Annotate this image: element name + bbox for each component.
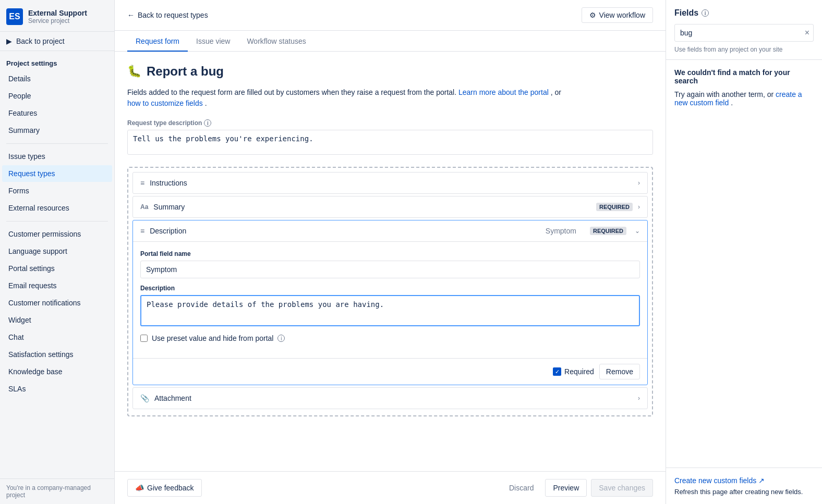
main-scrollable: 🐛 Report a bug Fields added to the reque… xyxy=(115,52,666,471)
preset-row: Use preset value and hide from portal i xyxy=(140,334,640,342)
search-hint: Use fields from any project on your site xyxy=(674,42,814,53)
preset-info-icon[interactable]: i xyxy=(277,335,285,342)
sidebar-item-language-support[interactable]: Language support xyxy=(2,243,112,260)
customize-fields-link[interactable]: how to customize fields xyxy=(127,99,203,107)
sidebar-item-details[interactable]: Details xyxy=(2,70,112,87)
give-feedback-label: Give feedback xyxy=(147,484,194,492)
instructions-chevron-icon: › xyxy=(638,179,640,187)
tab-issue-view[interactable]: Issue view xyxy=(188,31,238,52)
sidebar-footer: You're in a company-managed project xyxy=(0,478,114,504)
form-row-summary: Aa Summary REQUIRED › xyxy=(132,196,648,218)
sidebar-item-email-requests[interactable]: Email requests xyxy=(2,277,112,294)
right-panel: Fields i × Use fields from any project o… xyxy=(666,0,822,504)
right-panel-header: Fields i × Use fields from any project o… xyxy=(666,0,822,60)
sidebar-item-knowledge-base[interactable]: Knowledge base xyxy=(2,363,112,380)
form-row-attachment: 📎 Attachment › xyxy=(132,387,648,409)
summary-label: Summary xyxy=(153,203,587,211)
project-name: External Support xyxy=(28,9,87,18)
bottom-right-actions: Discard Preview Save changes xyxy=(502,479,653,497)
back-to-project[interactable]: ▶ Back to project xyxy=(0,32,114,51)
create-fields-label: Create new custom fields xyxy=(674,476,756,485)
discard-button[interactable]: Discard xyxy=(502,479,541,497)
sidebar-item-external-resources[interactable]: External resources xyxy=(2,200,112,216)
project-logo: ES xyxy=(6,8,23,25)
sidebar-item-chat[interactable]: Chat xyxy=(2,329,112,346)
back-label: Back to project xyxy=(16,37,65,45)
clear-search-icon[interactable]: × xyxy=(805,28,809,38)
sidebar-item-customer-notifications[interactable]: Customer notifications xyxy=(2,294,112,311)
tab-request-form[interactable]: Request form xyxy=(127,31,188,52)
form-row-description: ≡ Description Symptom REQUIRED ⌄ Portal … xyxy=(132,220,648,385)
sidebar-item-features[interactable]: Features xyxy=(2,105,112,121)
preview-button[interactable]: Preview xyxy=(545,479,587,497)
sidebar-item-issue-types[interactable]: Issue types xyxy=(2,148,112,165)
request-type-desc-input[interactable] xyxy=(127,130,653,155)
description-chevron-down-icon: ⌄ xyxy=(635,227,640,235)
give-feedback-button[interactable]: 📣 Give feedback xyxy=(127,479,202,497)
sidebar-item-portal-settings[interactable]: Portal settings xyxy=(2,260,112,277)
attachment-chevron-icon: › xyxy=(638,395,640,402)
save-changes-button[interactable]: Save changes xyxy=(591,479,653,497)
fields-info-icon[interactable]: i xyxy=(702,9,709,17)
no-results-text-content: Try again with another term, or xyxy=(674,90,773,99)
form-row-summary-header[interactable]: Aa Summary REQUIRED › xyxy=(133,196,647,217)
form-row-instructions: ≡ Instructions › xyxy=(132,172,648,194)
workflow-icon: ⚙ xyxy=(589,11,596,19)
summary-chevron-icon: › xyxy=(638,203,640,211)
main-content: ← Back to request types ⚙ View workflow … xyxy=(115,0,666,504)
form-row-description-header[interactable]: ≡ Description Symptom REQUIRED ⌄ xyxy=(133,220,647,242)
preset-label: Use preset value and hide from portal xyxy=(152,334,273,342)
refresh-text: Refresh this page after creating new fie… xyxy=(674,488,814,496)
description-portal-name: Symptom xyxy=(546,227,576,235)
form-row-attachment-header[interactable]: 📎 Attachment › xyxy=(133,388,647,409)
preset-checkbox[interactable] xyxy=(140,335,148,342)
page-description: Fields added to the request form are fil… xyxy=(127,87,653,109)
form-container: ≡ Instructions › Aa Summary REQUIRED › xyxy=(127,167,653,416)
request-type-desc-label-text: Request type description xyxy=(127,119,202,127)
tab-workflow-statuses[interactable]: Workflow statuses xyxy=(238,31,314,52)
bug-icon: 🐛 xyxy=(127,65,141,78)
description-required-tag: REQUIRED xyxy=(590,227,626,235)
megaphone-icon: 📣 xyxy=(135,484,144,492)
right-panel-footer: Create new custom fields ↗ Refresh this … xyxy=(666,468,822,504)
summary-icon: Aa xyxy=(140,203,148,211)
view-workflow-button[interactable]: ⚙ View workflow xyxy=(582,7,653,23)
no-results-suffix: . xyxy=(731,99,733,107)
description-field-input[interactable]: Please provide details of the problems y… xyxy=(140,295,640,326)
instructions-icon: ≡ xyxy=(140,179,144,187)
desc-after: . xyxy=(205,99,207,107)
back-to-request-types[interactable]: ← Back to request types xyxy=(127,11,208,19)
fields-title-text: Fields xyxy=(674,8,698,18)
sidebar-item-satisfaction-settings[interactable]: Satisfaction settings xyxy=(2,346,112,363)
back-to-request-types-label: Back to request types xyxy=(138,11,208,19)
desc-before: Fields added to the request form are fil… xyxy=(127,88,456,96)
summary-required-tag: REQUIRED xyxy=(596,203,633,211)
required-checkbox[interactable]: ✓ xyxy=(553,367,561,376)
view-workflow-label: View workflow xyxy=(599,11,645,19)
portal-field-name-input[interactable] xyxy=(140,261,640,278)
right-panel-body: We couldn't find a match for your search… xyxy=(666,60,822,468)
required-label: Required xyxy=(564,367,594,376)
sidebar-item-forms[interactable]: Forms xyxy=(2,182,112,199)
learn-more-link[interactable]: Learn more about the portal xyxy=(458,88,549,96)
form-row-instructions-header[interactable]: ≡ Instructions › xyxy=(133,173,647,193)
sidebar-item-summary[interactable]: Summary xyxy=(2,122,112,139)
description-field-label: Description xyxy=(140,285,640,292)
search-field-container: × xyxy=(674,24,814,42)
sidebar-item-request-types[interactable]: Request types xyxy=(2,165,112,182)
request-type-desc-info-icon[interactable]: i xyxy=(204,119,211,127)
no-results-title: We couldn't find a match for your search xyxy=(674,68,814,85)
tabs-bar: Request form Issue view Workflow statuse… xyxy=(115,31,666,52)
sidebar-item-slas[interactable]: SLAs xyxy=(2,380,112,397)
search-input[interactable] xyxy=(674,24,814,42)
bottom-bar: 📣 Give feedback Discard Preview Save cha… xyxy=(115,471,666,504)
create-new-custom-fields-link[interactable]: Create new custom fields ↗ xyxy=(674,476,814,485)
top-bar: ← Back to request types ⚙ View workflow xyxy=(115,0,666,31)
sidebar-section-title: Project settings xyxy=(0,51,114,70)
sidebar-item-widget[interactable]: Widget xyxy=(2,312,112,328)
no-results-text: Try again with another term, or create a… xyxy=(674,90,814,107)
sidebar-item-customer-permissions[interactable]: Customer permissions xyxy=(2,226,112,242)
sidebar-item-people[interactable]: People xyxy=(2,88,112,104)
sidebar-header: ES External Support Service project xyxy=(0,0,114,32)
remove-button[interactable]: Remove xyxy=(599,364,640,379)
